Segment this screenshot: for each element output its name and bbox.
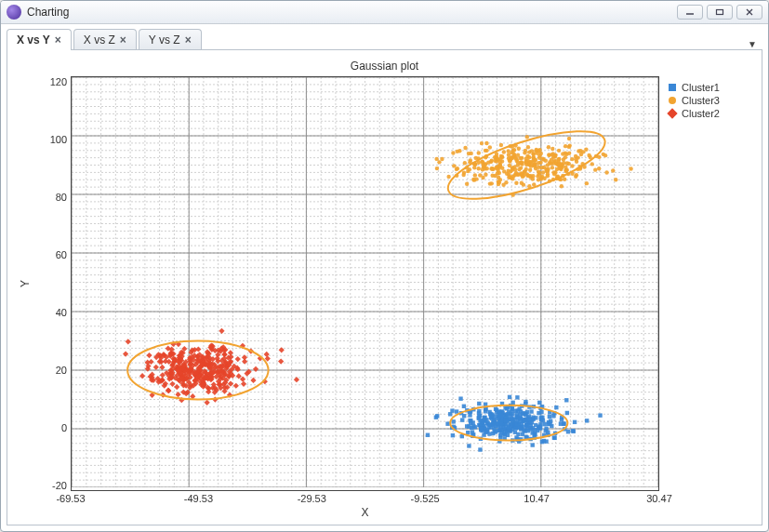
- svg-rect-396: [531, 426, 535, 430]
- svg-point-747: [531, 174, 535, 178]
- tab-close-icon[interactable]: ×: [120, 33, 126, 47]
- svg-rect-1086: [264, 352, 270, 357]
- content-area: X vs Y × X vs Z × Y vs Z × ▼ Gaussian pl…: [1, 24, 768, 531]
- window-buttons: [677, 5, 762, 20]
- tab-overflow-button[interactable]: ▼: [744, 39, 761, 49]
- svg-point-712: [512, 165, 516, 168]
- svg-point-785: [498, 164, 502, 167]
- svg-point-789: [561, 152, 564, 155]
- svg-rect-1088: [279, 347, 285, 352]
- svg-point-740: [481, 160, 484, 164]
- svg-rect-453: [526, 429, 530, 432]
- svg-point-806: [629, 166, 632, 170]
- svg-point-527: [465, 181, 469, 185]
- svg-point-808: [536, 152, 539, 155]
- svg-rect-1067: [253, 366, 259, 372]
- svg-rect-460: [468, 413, 471, 417]
- svg-rect-377: [524, 400, 527, 404]
- svg-point-496: [455, 167, 458, 171]
- svg-rect-420: [504, 419, 508, 422]
- svg-point-791: [524, 167, 528, 171]
- window-title: Charting: [27, 6, 677, 19]
- plot-area[interactable]: [71, 76, 659, 491]
- svg-point-732: [544, 167, 548, 171]
- app-window: Charting X vs Y × X vs Z × Y vs Z: [0, 0, 769, 532]
- x-tick: -49.53: [184, 493, 213, 504]
- svg-point-567: [463, 161, 467, 165]
- svg-rect-307: [539, 410, 543, 414]
- y-tick: 80: [56, 192, 67, 203]
- svg-rect-235: [529, 409, 533, 413]
- svg-rect-389: [571, 429, 575, 432]
- svg-point-776: [567, 152, 571, 155]
- tab-x-vs-y[interactable]: X vs Y ×: [7, 29, 72, 49]
- svg-rect-333: [524, 435, 527, 439]
- svg-point-735: [477, 151, 481, 154]
- y-axis-ticks: 120100806040200-20: [33, 76, 71, 491]
- svg-point-800: [505, 172, 509, 176]
- svg-rect-427: [486, 425, 490, 429]
- titlebar[interactable]: Charting: [1, 1, 768, 24]
- svg-rect-133: [458, 396, 462, 400]
- svg-rect-325: [462, 414, 466, 418]
- svg-point-743: [551, 170, 555, 174]
- svg-point-474: [567, 137, 571, 140]
- svg-rect-456: [531, 443, 535, 446]
- close-button[interactable]: [736, 5, 762, 20]
- chart-svg: [72, 77, 658, 487]
- svg-rect-1070: [250, 378, 256, 383]
- maximize-button[interactable]: [707, 5, 733, 20]
- svg-point-787: [562, 157, 565, 161]
- svg-point-702: [478, 173, 482, 177]
- svg-point-769: [539, 152, 543, 155]
- svg-point-741: [473, 173, 477, 177]
- svg-point-783: [514, 181, 518, 185]
- legend-swatch: [669, 97, 676, 104]
- svg-rect-418: [471, 424, 475, 428]
- svg-point-807: [472, 166, 476, 169]
- svg-rect-1: [717, 10, 723, 15]
- svg-point-813: [508, 175, 511, 179]
- svg-rect-443: [562, 421, 565, 425]
- plot-panel: Gaussian plot Y 120100806040200-20 Clust…: [7, 50, 762, 525]
- svg-rect-966: [278, 358, 284, 364]
- svg-point-811: [502, 150, 506, 153]
- svg-rect-933: [126, 339, 131, 344]
- svg-point-790: [525, 158, 529, 162]
- svg-rect-344: [515, 395, 519, 399]
- svg-point-809: [515, 172, 519, 176]
- svg-point-815: [495, 166, 498, 169]
- tab-close-icon[interactable]: ×: [55, 33, 61, 47]
- y-tick: 40: [56, 307, 67, 318]
- svg-point-757: [497, 176, 500, 180]
- svg-point-528: [480, 141, 484, 145]
- svg-rect-217: [598, 413, 602, 417]
- tab-label: X vs Y: [17, 33, 50, 47]
- chart-title: Gaussian plot: [17, 60, 752, 73]
- svg-point-771: [550, 157, 553, 161]
- svg-rect-439: [550, 424, 553, 428]
- y-axis-label-col: Y: [17, 76, 33, 491]
- svg-rect-448: [460, 418, 464, 421]
- svg-rect-391: [507, 425, 510, 429]
- svg-point-564: [614, 178, 617, 181]
- svg-rect-441: [483, 419, 486, 422]
- tab-y-vs-z[interactable]: Y vs Z ×: [139, 29, 202, 49]
- svg-rect-1144: [219, 328, 224, 334]
- tab-x-vs-z[interactable]: X vs Z ×: [73, 29, 137, 49]
- svg-point-491: [484, 173, 487, 177]
- svg-point-566: [528, 168, 532, 172]
- svg-point-719: [550, 161, 553, 165]
- svg-point-671: [546, 163, 550, 166]
- svg-point-765: [547, 153, 550, 156]
- svg-point-802: [564, 168, 568, 172]
- svg-point-641: [463, 146, 467, 150]
- svg-rect-451: [585, 419, 589, 422]
- tab-close-icon[interactable]: ×: [185, 33, 192, 47]
- svg-point-779: [553, 159, 557, 163]
- y-tick: 60: [56, 249, 67, 260]
- app-icon: [7, 5, 21, 20]
- svg-rect-179: [451, 433, 455, 437]
- minimize-button[interactable]: [677, 5, 703, 20]
- svg-point-620: [434, 157, 438, 161]
